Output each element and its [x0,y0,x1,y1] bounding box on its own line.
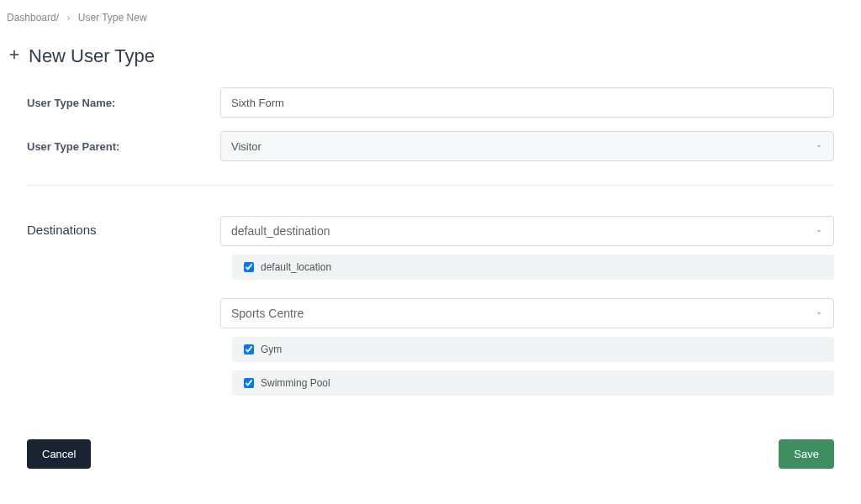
location-label: Gym [261,344,282,355]
destination-group: Sports Centre Gym Swimming Pool [220,298,834,396]
destination-select[interactable]: default_destination [220,216,834,246]
destinations-label: Destinations [27,216,220,237]
breadcrumb-root[interactable]: Dashboard/ [7,12,59,24]
breadcrumb: Dashboard/ › User Type New [0,0,861,30]
user-type-parent-select[interactable]: Visitor [220,131,834,161]
location-checkbox[interactable] [244,344,254,354]
destination-select[interactable]: Sports Centre [220,298,834,328]
user-type-parent-value: Visitor [231,140,261,153]
location-item: Swimming Pool [232,370,834,396]
plus-icon [7,45,22,67]
location-label: Swimming Pool [261,377,330,389]
user-type-name-input[interactable] [220,87,834,118]
cancel-button[interactable]: Cancel [27,439,91,469]
destination-select-value: Sports Centre [231,307,304,320]
location-item: Gym [232,337,834,362]
chevron-down-icon [815,140,823,153]
chevron-down-icon [815,307,823,320]
location-checkbox[interactable] [244,378,254,388]
location-checkbox[interactable] [244,262,254,272]
save-button[interactable]: Save [779,439,834,469]
divider [27,185,834,186]
location-label: default_location [261,261,331,273]
destination-group: default_destination default_location [220,216,834,280]
destination-select-value: default_destination [231,224,330,238]
page-title-text: New User Type [29,45,155,67]
chevron-down-icon [815,224,823,238]
user-type-parent-label: User Type Parent: [27,140,220,153]
breadcrumb-separator: › [66,12,70,24]
destinations-content: default_destination default_location Spo… [220,216,834,414]
footer-actions: Cancel Save [0,439,861,469]
user-type-name-label: User Type Name: [27,97,220,109]
page-title: New User Type [0,30,861,87]
location-item: default_location [232,255,834,280]
breadcrumb-current: User Type New [78,12,147,24]
